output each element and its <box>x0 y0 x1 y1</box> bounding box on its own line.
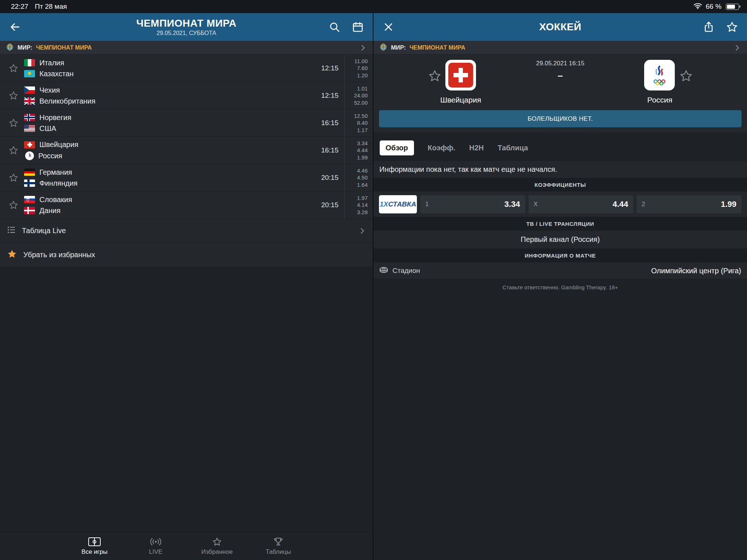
fans-button[interactable]: БОЛЕЛЬЩИКОВ НЕТ. <box>379 110 742 127</box>
tab-all-games[interactable]: Все игры <box>64 537 125 556</box>
right-navbar: ХОККЕЙ <box>374 13 747 41</box>
responsible-gambling-text: Ставьте ответственно. Gambling Therapy. … <box>374 284 747 290</box>
battery-icon <box>726 4 739 10</box>
flag-norway-icon <box>24 114 35 121</box>
team-away: Россия <box>38 152 62 160</box>
star-outline-icon[interactable] <box>5 200 22 210</box>
league-name: ЧЕМПИОНАТ МИРА <box>36 45 92 51</box>
flag-kazakhstan-icon <box>24 70 35 77</box>
stadium-value: Олимпийский центр (Рига) <box>651 267 741 275</box>
flag-germany-icon <box>24 169 35 176</box>
tv-channel: Первый канал (Россия) <box>374 231 747 249</box>
team-away: Дания <box>39 206 61 215</box>
tab-table[interactable]: Таблица <box>498 140 528 155</box>
tab-tables[interactable]: Таблицы <box>248 537 309 556</box>
star-outline-icon[interactable] <box>5 173 22 183</box>
flag-russia-olympic-icon <box>25 151 34 160</box>
flag-great-britain-icon <box>24 97 35 105</box>
favorite-home-star-icon[interactable] <box>427 69 442 83</box>
star-outline-icon[interactable] <box>5 145 22 155</box>
match-odds: 1.974.143.28 <box>344 192 373 219</box>
match-row[interactable]: Италия Казахстан 12:15 11.007.601.20 <box>0 55 373 82</box>
league-header-row[interactable]: МИР: ЧЕМПИОНАТ МИРА <box>374 41 747 55</box>
no-info-text: Информации пока нет, так как матч еще не… <box>374 161 747 178</box>
section-tv-header: ТВ / LIVE ТРАНСЛЯЦИИ <box>374 217 747 231</box>
team-home: Италия <box>39 59 64 67</box>
star-outline-icon[interactable] <box>725 20 739 34</box>
tab-favorites[interactable]: Избранное <box>186 537 248 556</box>
status-bar: 22:27 Пт 28 мая 66 % <box>0 0 747 13</box>
status-date: Пт 28 мая <box>35 3 67 11</box>
match-time: 12:15 <box>318 92 344 100</box>
favorite-away-star-icon[interactable] <box>679 69 693 83</box>
status-time: 22:27 <box>11 3 28 11</box>
away-team-name: Россия <box>608 96 712 104</box>
away-team-flag-russia-olympic-icon <box>644 60 675 90</box>
team-away: Великобритания <box>39 97 96 105</box>
share-icon[interactable] <box>702 20 716 34</box>
match-time: 20:15 <box>318 174 344 182</box>
match-odds: 3.344.441.99 <box>344 137 373 164</box>
page-subtitle: 29.05.2021, СУББОТА <box>0 30 373 36</box>
table-live-label: Таблица Live <box>22 227 66 235</box>
odd-home[interactable]: 1 3.34 <box>420 195 525 213</box>
back-icon[interactable] <box>8 20 22 34</box>
tab-label: Таблицы <box>266 548 291 556</box>
page-title: ЧЕМПИОНАТ МИРА <box>0 18 373 29</box>
match-time: 20:15 <box>318 201 344 209</box>
star-outline-icon[interactable] <box>5 118 22 128</box>
tab-odds[interactable]: Коэфф. <box>428 140 456 155</box>
league-panel: ЧЕМПИОНАТ МИРА 29.05.2021, СУББОТА МИР: <box>0 13 374 560</box>
odd-draw[interactable]: X 4.44 <box>529 195 634 213</box>
league-header-row[interactable]: МИР: ЧЕМПИОНАТ МИРА <box>0 41 373 55</box>
section-odds-header: КОЭФФИЦИЕНТЫ <box>374 178 747 192</box>
stadium-label: Стадион <box>392 267 420 275</box>
home-team-flag-switzerland-icon <box>445 60 476 90</box>
tab-overview[interactable]: Обзор <box>380 140 414 155</box>
bottom-tab-bar: Все игры LIVE Избранное <box>0 532 373 560</box>
close-icon[interactable] <box>382 20 395 34</box>
detail-title: ХОККЕЙ <box>374 21 747 33</box>
home-team-name: Швейцария <box>409 96 512 104</box>
detail-tabs: Обзор Коэфф. H2H Таблица <box>374 133 747 161</box>
match-time: 16:15 <box>318 119 344 127</box>
match-time: 12:15 <box>318 64 344 72</box>
flag-usa-icon <box>24 125 35 132</box>
list-icon <box>7 225 16 236</box>
section-match-info-header: ИНФОРМАЦИЯ О МАТЧЕ <box>374 249 747 262</box>
match-row[interactable]: Словакия Дания 20:15 1.974.143.28 <box>0 192 373 219</box>
match-row[interactable]: Германия Финляндия 20:15 4.464.501.64 <box>0 164 373 192</box>
match-odds: 11.007.601.20 <box>344 55 373 82</box>
star-outline-icon[interactable] <box>5 90 22 101</box>
flag-italy-icon <box>24 59 35 66</box>
flag-slovakia-icon <box>24 196 35 203</box>
chevron-right-icon <box>359 44 367 52</box>
team-home: Германия <box>39 168 72 177</box>
globe-icon <box>379 43 387 53</box>
match-row[interactable]: Норвегия США 16:15 12.508.401.17 <box>0 109 373 137</box>
tab-h2h[interactable]: H2H <box>469 140 484 155</box>
search-icon[interactable] <box>328 20 341 34</box>
match-datetime: 29.05.2021 16:15 <box>374 60 747 67</box>
remove-favorites-label: Убрать из избранных <box>23 251 95 259</box>
star-outline-icon[interactable] <box>5 63 22 73</box>
remove-favorites-row[interactable]: Убрать из избранных <box>0 243 373 267</box>
flag-czechia-icon <box>24 86 35 94</box>
team-away: Казахстан <box>39 70 74 78</box>
globe-icon <box>6 43 14 53</box>
tab-live[interactable]: LIVE <box>125 537 186 556</box>
league-prefix: МИР: <box>18 45 32 51</box>
league-prefix: МИР: <box>391 45 406 51</box>
team-away: Финляндия <box>39 179 78 188</box>
bookmaker-logo[interactable]: 1XСТАВКА <box>379 195 417 213</box>
match-row[interactable]: Чехия Великобритания 12:15 1.0124.0052.0… <box>0 82 373 109</box>
match-detail-panel: ХОККЕЙ МИР: ЧЕМПИОНАТ МИРА <box>374 13 747 560</box>
match-row[interactable]: Швейцария Россия 16:15 3.344.441.99 <box>0 137 373 164</box>
battery-percent: 66 % <box>706 3 721 11</box>
table-live-row[interactable]: Таблица Live <box>0 219 373 243</box>
calendar-icon[interactable] <box>351 20 365 34</box>
match-odds: 12.508.401.17 <box>344 109 373 136</box>
tab-label: Избранное <box>201 548 233 556</box>
odd-away[interactable]: 2 1.99 <box>636 195 742 213</box>
trophy-icon <box>273 537 284 547</box>
